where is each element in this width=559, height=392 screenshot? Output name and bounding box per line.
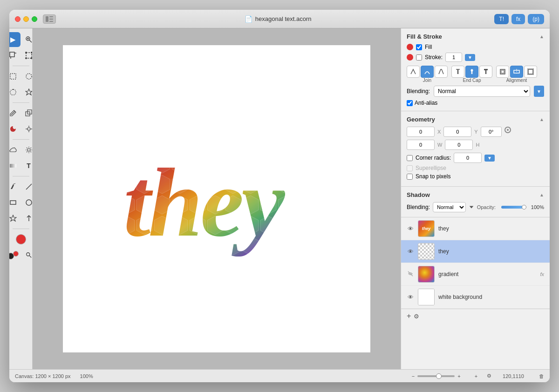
- corner-radius-input[interactable]: [454, 153, 482, 163]
- svg-rect-61: [501, 70, 504, 73]
- zoom-plus-button[interactable]: +: [457, 373, 460, 379]
- geometry-collapse[interactable]: ▲: [539, 117, 544, 122]
- shadow-blend-label: Blending:: [407, 204, 430, 210]
- join-round-button[interactable]: [421, 66, 434, 78]
- join-miter-button[interactable]: [407, 66, 420, 78]
- cloud-tool[interactable]: [9, 142, 20, 157]
- ellipse-select-tool[interactable]: [21, 69, 33, 84]
- h-input[interactable]: [445, 140, 473, 150]
- layer-item-gradient[interactable]: gradient fx: [401, 263, 550, 286]
- canvas-area[interactable]: they: [33, 28, 401, 369]
- antialias-label: Anti-alias: [415, 100, 437, 106]
- shadow-collapse[interactable]: ▲: [539, 192, 544, 197]
- y-input[interactable]: [443, 127, 471, 137]
- clone-tool[interactable]: [21, 106, 33, 121]
- cap-round-button[interactable]: [465, 66, 478, 78]
- settings-status-button[interactable]: ⚙: [487, 373, 491, 379]
- shadow-blend-select[interactable]: Normal: [433, 202, 466, 212]
- paint-brush-tool[interactable]: [9, 106, 20, 121]
- rect-shape-tool[interactable]: [9, 195, 20, 210]
- minimize-button[interactable]: [23, 16, 29, 22]
- align-outer-button[interactable]: [524, 66, 537, 78]
- shadow-section: Shadow ▲ Blending: Normal Opacity: 100%: [401, 187, 550, 217]
- w-input[interactable]: [407, 140, 435, 150]
- align-inner-button[interactable]: [496, 66, 509, 78]
- star-shape-tool[interactable]: [9, 211, 20, 226]
- svg-line-34: [30, 148, 31, 149]
- rotation-point[interactable]: [504, 127, 511, 133]
- layer-item-they-gradient[interactable]: 👁 they they: [401, 217, 550, 240]
- stroke-checkbox[interactable]: [416, 54, 422, 61]
- maximize-button[interactable]: [32, 16, 37, 22]
- pen-tool[interactable]: [9, 179, 20, 194]
- angle-input[interactable]: [481, 127, 502, 137]
- tool-row-5: [9, 106, 33, 121]
- layer-eye-3-icon[interactable]: [407, 270, 414, 278]
- zoom-slider[interactable]: [417, 375, 455, 377]
- burn-tool[interactable]: [9, 122, 20, 136]
- x-input[interactable]: [407, 127, 435, 137]
- layer-eye-icon[interactable]: 👁: [407, 225, 414, 232]
- sun-tool[interactable]: [21, 142, 33, 157]
- select-tool[interactable]: ▶: [9, 32, 20, 47]
- layer-item-white-background[interactable]: 👁 white background: [401, 286, 550, 309]
- magic-select-tool[interactable]: [21, 85, 33, 100]
- tool-row-9: [9, 179, 33, 194]
- layers-settings-button[interactable]: ⚙: [414, 313, 419, 320]
- corner-radius-label: Corner radius:: [416, 155, 451, 161]
- color-swatches[interactable]: [9, 248, 20, 263]
- blending-row: Blending: Normal Multiply Screen ▼: [407, 86, 544, 97]
- blending-select[interactable]: Normal Multiply Screen: [434, 86, 530, 97]
- fill-color-circle[interactable]: [407, 44, 413, 50]
- zoom-tool[interactable]: [21, 32, 33, 47]
- add-layer-status-button[interactable]: +: [475, 373, 477, 379]
- gradient-tool[interactable]: [9, 158, 20, 173]
- trash-button[interactable]: 🗑: [539, 373, 544, 379]
- join-bevel-button[interactable]: [435, 66, 448, 78]
- corner-radius-dropdown-button[interactable]: ▼: [484, 155, 495, 162]
- main-content: ▶: [9, 28, 550, 369]
- cap-butt-button[interactable]: [451, 66, 464, 78]
- line-tool[interactable]: [21, 179, 33, 194]
- foreground-color[interactable]: [14, 232, 28, 247]
- superellipse-checkbox[interactable]: [407, 165, 413, 171]
- circle-shape-tool[interactable]: [21, 195, 33, 210]
- antialias-checkbox[interactable]: [407, 100, 413, 106]
- blending-dropdown-button[interactable]: ▼: [534, 86, 544, 97]
- opacity-slider[interactable]: [501, 206, 525, 209]
- inspector-tool-button[interactable]: (p): [528, 14, 544, 24]
- fill-checkbox[interactable]: [416, 44, 422, 50]
- color-row-2: [9, 248, 33, 263]
- xy-row: X Y: [407, 127, 544, 137]
- layer-eye-4-icon[interactable]: 👁: [407, 294, 414, 301]
- layers-tool-button[interactable]: T!: [494, 14, 509, 24]
- svg-line-44: [29, 256, 31, 257]
- stroke-label: Stroke:: [425, 54, 443, 61]
- text-tool[interactable]: T: [21, 158, 33, 173]
- crop-tool[interactable]: [9, 48, 20, 63]
- align-center-button[interactable]: [510, 66, 523, 78]
- sparkle-tool[interactable]: [21, 122, 33, 136]
- stroke-value-input[interactable]: [445, 53, 462, 62]
- zoom-minus-button[interactable]: −: [412, 373, 415, 379]
- close-button[interactable]: [15, 16, 20, 22]
- stroke-dropdown-button[interactable]: ▼: [465, 54, 475, 61]
- lasso-tool[interactable]: [9, 85, 20, 100]
- layers-add-button[interactable]: +: [407, 312, 411, 320]
- rect-select-tool[interactable]: [9, 69, 20, 84]
- sidebar-toggle-button[interactable]: [43, 14, 56, 24]
- cap-square-button[interactable]: [479, 66, 492, 78]
- transform-tool[interactable]: [21, 48, 33, 63]
- snap-checkbox[interactable]: [407, 174, 413, 180]
- titlebar: 📄 hexagonal text.acorn T! fx (p): [9, 10, 550, 28]
- stroke-color-circle[interactable]: [407, 54, 413, 61]
- search-zoom[interactable]: [21, 248, 33, 263]
- effects-tool-button[interactable]: fx: [511, 14, 525, 24]
- layer-item-they-transparent[interactable]: 👁 they: [401, 240, 550, 263]
- corner-radius-checkbox[interactable]: [407, 155, 413, 161]
- fill-stroke-title: Fill & Stroke: [407, 33, 442, 40]
- fill-stroke-collapse[interactable]: ▲: [539, 34, 544, 39]
- arrow-shape-tool[interactable]: [21, 211, 33, 226]
- layer-eye-2-icon[interactable]: 👁: [407, 248, 414, 255]
- divider-1: [13, 66, 29, 66]
